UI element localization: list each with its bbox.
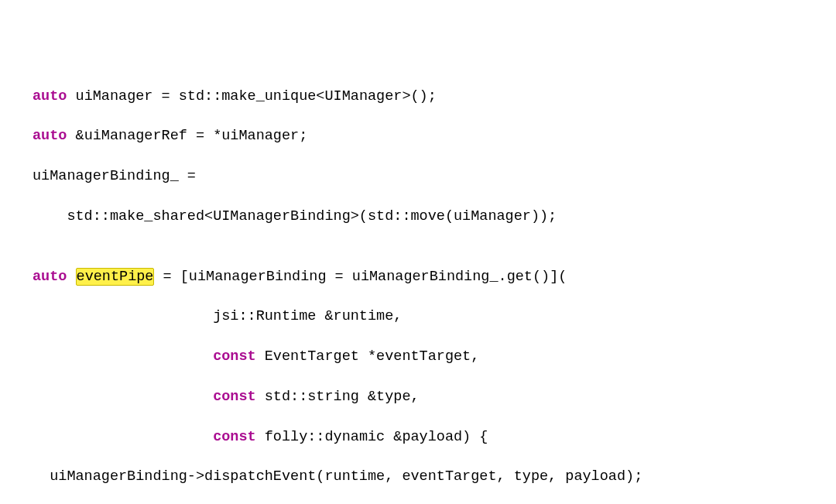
- code-text: [33, 389, 213, 405]
- code-text: EventTarget *eventTarget,: [256, 348, 480, 365]
- code-text: uiManager = std::make_unique<UIManager>(…: [67, 88, 436, 105]
- code-text: std::make_shared<UIManagerBinding>(std::…: [33, 208, 557, 225]
- code-line: jsi::Runtime &runtime,: [9, 307, 836, 327]
- keyword: const: [213, 348, 256, 365]
- highlight-eventpipe[interactable]: eventPipe: [76, 268, 155, 286]
- code-text: [33, 429, 213, 445]
- code-text: uiManagerBinding_ =: [33, 168, 196, 184]
- code-line: const EventTarget *eventTarget,: [9, 347, 836, 367]
- code-line: auto &uiManagerRef = *uiManager;: [9, 126, 836, 146]
- code-line: auto uiManager = std::make_unique<UIMana…: [9, 87, 836, 107]
- code-line: const std::string &type,: [9, 387, 836, 407]
- keyword: const: [213, 389, 256, 405]
- code-line: const folly::dynamic &payload) {: [9, 427, 836, 447]
- keyword: const: [213, 429, 256, 445]
- code-line: auto eventPipe = [uiManagerBinding = uiM…: [9, 267, 836, 287]
- code-text: jsi::Runtime &runtime,: [33, 308, 402, 324]
- code-text: [67, 269, 75, 285]
- keyword: auto: [33, 88, 67, 105]
- code-text: folly::dynamic &payload) {: [256, 429, 488, 445]
- code-editor[interactable]: auto uiManager = std::make_unique<UIMana…: [9, 87, 836, 504]
- code-text: [33, 348, 213, 365]
- keyword: auto: [33, 269, 67, 285]
- code-text: uiManagerBinding->dispatchEvent(runtime,…: [33, 468, 642, 485]
- code-line: uiManagerBinding->dispatchEvent(runtime,…: [9, 467, 836, 487]
- keyword: auto: [33, 128, 67, 144]
- code-line: uiManagerBinding_ =: [9, 166, 836, 187]
- code-text: std::string &type,: [256, 389, 420, 405]
- code-line: std::make_shared<UIManagerBinding>(std::…: [9, 207, 836, 227]
- code-text: = [uiManagerBinding = uiManagerBinding_.…: [154, 269, 567, 285]
- code-text: &uiManagerRef = *uiManager;: [67, 128, 307, 144]
